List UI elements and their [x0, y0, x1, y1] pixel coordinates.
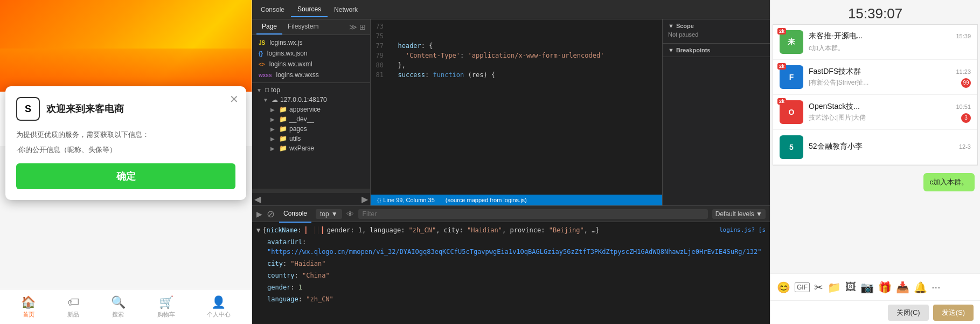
breakpoints-title[interactable]: ▼ Breakpoints — [668, 47, 764, 53]
chat-avatar-laike: 2k 来 — [780, 30, 803, 54]
chat-namerow-52jinrong: 52金融教育小李 12-3 — [809, 142, 971, 151]
image-icon[interactable]: 🖼 — [845, 281, 856, 293]
subtab-grid-icon[interactable]: ⊞ — [359, 19, 366, 35]
message-bubble-right: c加入本群。 — [776, 173, 975, 191]
dialog-header: S 欢迎来到来客电商 — [16, 97, 235, 121]
nav-home[interactable]: 🏠 首页 — [21, 295, 36, 319]
tab-sources[interactable]: Sources — [291, 2, 328, 17]
dialog-detail: ·你的公开信息（昵称、头像等） — [16, 145, 235, 155]
chat-item-fastdfs[interactable]: 2k F FastDFS技术群 11:23 [有新公告]Striver扯... … — [773, 60, 977, 95]
cloud-icon: ☁ — [272, 96, 278, 104]
devtools-body: Page Filesystem ≫ ⊞ JS logins.wx.js {} l… — [252, 19, 770, 205]
chat-preview-fastdfs: [有新公告]Striver扯... — [809, 78, 868, 87]
file-name-wxss: logins.wx.wxss — [276, 71, 318, 79]
chat-content-laike: 来客推-开源电... 15:39 c加入本群。 — [809, 31, 971, 53]
chat-name-laike: 来客推-开源电... — [809, 31, 863, 41]
chat-item-openstack[interactable]: 2k O OpenStack技... 10:51 技艺游心:[图片]大佬 3 — [773, 95, 977, 130]
nav-profile[interactable]: 👤 个人中心 — [207, 295, 231, 319]
tree-nav-left[interactable]: ◀ — [254, 194, 261, 204]
console-filter-input[interactable] — [358, 209, 708, 219]
chat-item-laike[interactable]: 2k 来 来客推-开源电... 15:39 c加入本群。 — [773, 25, 977, 60]
folder-tool-icon[interactable]: 📁 — [828, 281, 841, 294]
subtab-more-icon[interactable]: ≫ — [349, 19, 357, 35]
tree-pages-arrow: ▶ — [270, 126, 277, 132]
close-button[interactable]: 关闭(C) — [888, 305, 929, 321]
gift-icon[interactable]: 🎁 — [878, 281, 892, 294]
scope-arrow-icon: ▼ — [668, 23, 674, 29]
tree-scrollbar[interactable] — [252, 189, 370, 193]
subtab-page[interactable]: Page — [256, 19, 282, 35]
nav-home-label: 首页 — [23, 311, 34, 319]
tree-utils[interactable]: ▶ 📁 utils — [252, 134, 370, 143]
chat-namerow-openstack: OpenStack技... 10:51 — [809, 102, 971, 112]
file-item-wxml[interactable]: <> logins.wx.wxml — [252, 59, 370, 70]
nav-cart[interactable]: 🛒 购物车 — [157, 295, 175, 319]
tab-console[interactable]: Console — [254, 3, 291, 17]
download-icon[interactable]: 📥 — [896, 281, 909, 294]
code-content[interactable]: 73 75 77 header: { 79 'Content-Type': 'a… — [371, 19, 662, 195]
chat-list: 2k 来 来客推-开源电... 15:39 c加入本群。 2k F FastDF… — [773, 24, 978, 166]
chat-namerow-laike: 来客推-开源电... 15:39 — [809, 31, 971, 41]
code-line-77: 77 header: { — [371, 41, 662, 51]
chat-item-52jinrong[interactable]: 5 52金融教育小李 12-3 — [773, 130, 977, 165]
wxss-file-icon: wxss — [259, 72, 272, 78]
folder-icon-wxparse: 📁 — [279, 144, 287, 152]
camera-icon[interactable]: 📷 — [860, 281, 874, 294]
tree-appservice-arrow: ▶ — [270, 107, 277, 113]
dialog-confirm-button[interactable]: 确定 — [16, 163, 235, 189]
file-item-js[interactable]: JS logins.wx.js — [252, 37, 370, 48]
scope-label: Scope — [676, 23, 694, 29]
breakpoints-section: ▼ Breakpoints — [663, 44, 770, 57]
tree-appservice[interactable]: ▶ 📁 appservice — [252, 105, 370, 114]
chat-content-52jinrong: 52金融教育小李 12-3 — [809, 142, 971, 153]
console-tab-label[interactable]: Console — [279, 205, 311, 223]
tree-wxparse[interactable]: ▶ 📁 wxParse — [252, 143, 370, 153]
tree-nav-right[interactable]: ▶ — [362, 194, 368, 204]
console-run-icon[interactable]: ▶ — [256, 210, 262, 218]
wechat-toolbar: 😊 GIF ✂ 📁 🖼 📷 🎁 📥 🔔 ··· — [770, 273, 980, 300]
nav-newproduct[interactable]: 🏷 新品 — [67, 295, 79, 319]
tree-pages[interactable]: ▶ 📁 pages — [252, 124, 370, 134]
nav-search-label: 搜索 — [112, 311, 124, 319]
nav-search[interactable]: 🔍 搜索 — [111, 295, 126, 319]
file-name-js: logins.wx.js — [269, 39, 302, 46]
file-tree-panel: Page Filesystem ≫ ⊞ JS logins.wx.js {} l… — [252, 19, 371, 205]
status-line-col: {} Line 99, Column 35 — [377, 197, 435, 203]
console-avatar-line: avatarUrl: "https://wx.qlogo.cn/mmopen/v… — [252, 236, 770, 258]
folder-icon-pages: 📁 — [279, 125, 287, 133]
dialog-close-button[interactable]: ✕ — [230, 93, 239, 106]
file-item-json[interactable]: {} logins.wx.json — [252, 48, 370, 59]
more-icon[interactable]: ··· — [932, 281, 941, 293]
emoji-icon[interactable]: 😊 — [777, 281, 790, 294]
console-levels-selector[interactable]: Default levels ▼ — [712, 209, 766, 219]
console-block-icon[interactable]: ⊘ — [267, 208, 275, 220]
tab-network[interactable]: Network — [328, 3, 364, 17]
breakpoints-label: Breakpoints — [676, 47, 711, 53]
badge-2k-openstack: 2k — [777, 98, 786, 105]
scope-section: ▼ Scope Not paused — [663, 19, 770, 44]
chat-preview-laike: c加入本群。 — [809, 44, 844, 52]
code-line-81: 81 success: function (res) { — [371, 70, 662, 80]
wechat-bottom-actions: 关闭(C) 发送(S) — [770, 300, 980, 324]
expand-icon[interactable]: ▼ — [256, 225, 260, 235]
console-eye-icon[interactable]: 👁 — [346, 210, 354, 218]
levels-chevron-icon: ▼ — [756, 210, 762, 218]
file-name-wxml: logins.wx.wxml — [269, 60, 312, 68]
subtab-filesystem[interactable]: Filesystem — [282, 19, 324, 35]
tree-root-top[interactable]: ▼ □ top — [252, 85, 370, 95]
tree-server-label: 127.0.0.1:48170 — [280, 96, 327, 104]
code-line-80: 80 }, — [371, 60, 662, 70]
console-context-selector[interactable]: top ▼ — [316, 209, 342, 219]
send-button[interactable]: 发送(S) — [933, 305, 974, 321]
tree-dev[interactable]: ▶ 📁 __dev__ — [252, 114, 370, 124]
bell-icon[interactable]: 🔔 — [914, 281, 927, 294]
gif-icon[interactable]: GIF — [795, 282, 810, 292]
cut-icon[interactable]: ✂ — [814, 281, 823, 294]
scope-title[interactable]: ▼ Scope — [668, 23, 764, 29]
tree-server[interactable]: ▼ ☁ 127.0.0.1:48170 — [252, 95, 370, 105]
file-item-wxss[interactable]: wxss logins.wx.wxss — [252, 70, 370, 80]
console-object-line: ▼ {nickName: ████ gender: 1, language: "… — [252, 224, 770, 236]
tab-network-label: Network — [334, 6, 358, 13]
tree-server-arrow: ▼ — [263, 97, 269, 103]
tree-nav-arrows: ◀ ▶ — [252, 193, 370, 205]
